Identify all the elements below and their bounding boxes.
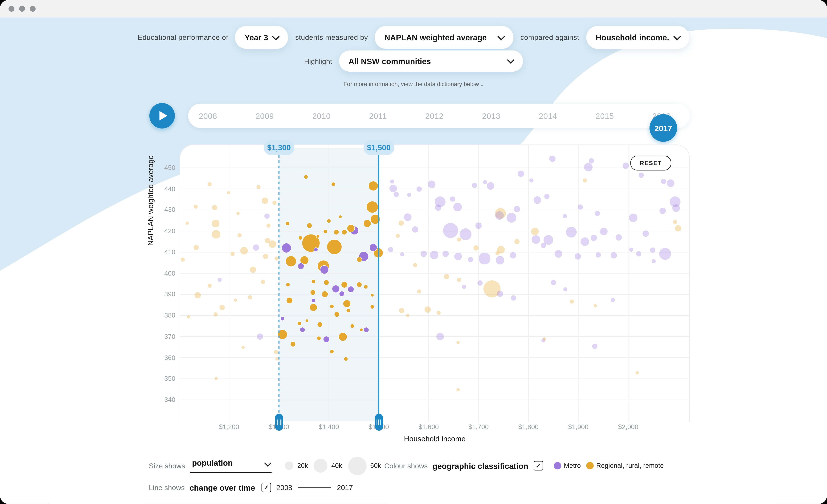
bubble-regional[interactable] (214, 377, 218, 380)
bubble-metro[interactable] (623, 163, 629, 169)
bubble-metro[interactable] (282, 243, 291, 253)
bubble-regional[interactable] (261, 280, 265, 284)
bubble-regional[interactable] (317, 322, 322, 327)
bubble-metro[interactable] (661, 179, 666, 184)
bubble-regional[interactable] (240, 247, 248, 255)
bubble-regional[interactable] (250, 267, 256, 273)
bubble-metro[interactable] (476, 222, 482, 229)
bubble-metro[interactable] (672, 204, 680, 212)
bubble-metro[interactable] (592, 344, 597, 349)
bubble-regional[interactable] (364, 285, 368, 289)
bubble-metro[interactable] (417, 186, 422, 191)
bubble-metro[interactable] (549, 156, 555, 162)
bubble-regional[interactable] (425, 306, 431, 313)
bubble-metro[interactable] (596, 253, 601, 258)
bubble-regional[interactable] (543, 337, 546, 341)
bubble-metro[interactable] (591, 235, 597, 241)
bubble-metro[interactable] (551, 280, 556, 285)
bubble-regional[interactable] (673, 220, 677, 224)
bubble-regional[interactable] (290, 341, 295, 347)
bubble-metro[interactable] (529, 178, 533, 182)
bubble-regional[interactable] (286, 297, 293, 303)
bubble-metro[interactable] (566, 227, 577, 237)
bubble-regional[interactable] (343, 300, 351, 307)
bubble-regional[interactable] (186, 222, 189, 225)
bubble-metro[interactable] (389, 185, 397, 192)
bubble-regional[interactable] (322, 291, 328, 297)
bubble-metro[interactable] (487, 182, 494, 190)
bubble-regional[interactable] (266, 224, 271, 228)
window-dot-icon[interactable] (9, 6, 14, 12)
bubble-metro[interactable] (462, 285, 466, 289)
bubble-regional[interactable] (473, 245, 479, 250)
bubble-regional[interactable] (194, 205, 198, 209)
measure-select[interactable]: NAPLAN weighted average (375, 26, 514, 49)
timeline-year-2011[interactable]: 2011 (369, 111, 387, 120)
bubble-regional[interactable] (346, 309, 350, 313)
bubble-metro[interactable] (217, 278, 222, 282)
bubble-regional[interactable] (570, 299, 574, 303)
bubble-metro[interactable] (659, 248, 671, 260)
timeline-year-2010[interactable]: 2010 (312, 111, 331, 120)
bubble-regional[interactable] (594, 304, 597, 307)
bubble-regional[interactable] (275, 357, 279, 360)
bubble-metro[interactable] (320, 266, 329, 274)
bubble-metro[interactable] (428, 180, 435, 188)
bubble-regional[interactable] (297, 322, 301, 326)
play-button[interactable] (149, 103, 175, 128)
bubble-regional[interactable] (327, 239, 342, 255)
bubble-metro[interactable] (436, 333, 444, 340)
bubble-regional[interactable] (350, 324, 354, 328)
bubble-regional[interactable] (324, 280, 329, 285)
bubble-metro[interactable] (497, 291, 503, 297)
bubble-regional[interactable] (330, 349, 334, 353)
selection-max-handle[interactable] (375, 414, 383, 431)
bubble-regional[interactable] (456, 341, 459, 344)
bubble-metro[interactable] (544, 194, 549, 199)
selection-max-pill[interactable]: $1,500 (363, 140, 394, 155)
bubble-metro[interactable] (543, 235, 553, 245)
bubble-metro[interactable] (507, 213, 517, 223)
bubble-metro[interactable] (450, 197, 455, 202)
bubble-metro[interactable] (298, 263, 304, 269)
bubble-regional[interactable] (327, 219, 331, 223)
selection-min-pill[interactable]: $1,300 (263, 140, 294, 155)
bubble-regional[interactable] (298, 236, 302, 240)
timeline-year-2009[interactable]: 2009 (255, 111, 274, 120)
timeline-track[interactable]: 200820092010201120122013201420152016 201… (188, 104, 690, 128)
bubble-regional[interactable] (675, 225, 681, 231)
bubble-metro[interactable] (629, 214, 637, 222)
bubble-regional[interactable] (309, 303, 317, 311)
bubble-metro[interactable] (311, 298, 315, 302)
bubble-regional[interactable] (456, 388, 459, 391)
bubble-regional[interactable] (531, 228, 539, 235)
bubble-metro[interactable] (584, 163, 593, 171)
timeline-year-2014[interactable]: 2014 (539, 111, 557, 120)
bubble-regional[interactable] (444, 274, 449, 279)
bubble-regional[interactable] (367, 201, 378, 213)
scatter-plot[interactable] (180, 145, 690, 422)
bubble-regional[interactable] (307, 223, 312, 228)
bubble-metro[interactable] (370, 244, 377, 251)
bubble-metro[interactable] (412, 226, 418, 233)
bubble-metro[interactable] (257, 334, 263, 340)
bubble-metro[interactable] (442, 251, 449, 257)
window-dot-icon[interactable] (19, 6, 25, 12)
bubble-regional[interactable] (339, 333, 347, 341)
bubble-metro[interactable] (339, 291, 344, 296)
bubble-regional[interactable] (212, 220, 220, 227)
bubble-regional[interactable] (334, 312, 339, 317)
bubble-regional[interactable] (305, 319, 308, 322)
year-level-select[interactable]: Year 3 (235, 26, 288, 49)
bubble-regional[interactable] (317, 336, 321, 340)
bubble-regional[interactable] (399, 308, 404, 313)
bubble-metro[interactable] (435, 205, 441, 211)
bubble-metro[interactable] (443, 223, 458, 238)
bubble-metro[interactable] (332, 285, 340, 293)
bubble-regional[interactable] (495, 251, 499, 255)
bubble-metro[interactable] (300, 327, 305, 332)
bubble-regional[interactable] (396, 234, 400, 238)
bubble-regional[interactable] (187, 316, 190, 319)
bubble-metro[interactable] (453, 203, 462, 212)
bubble-regional[interactable] (437, 311, 441, 315)
